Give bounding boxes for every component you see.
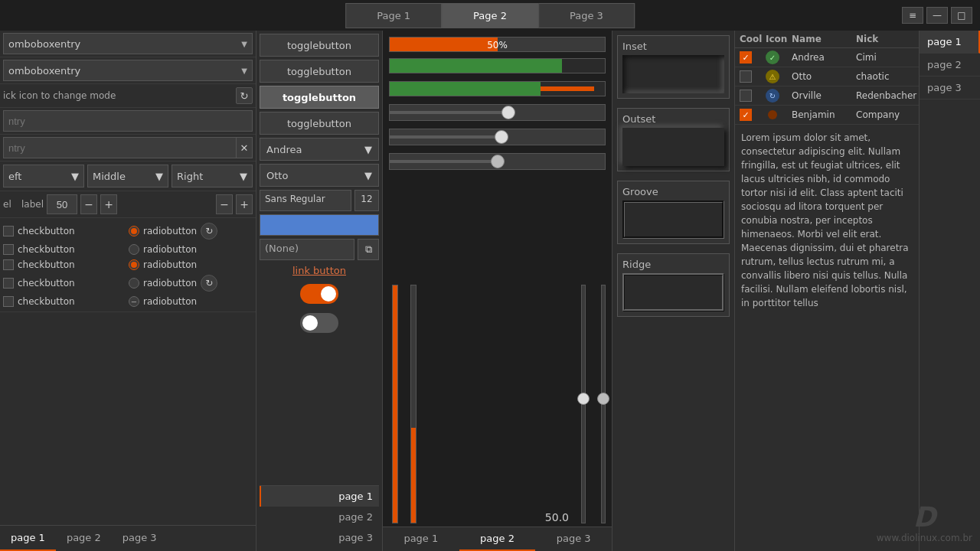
checkbox-4[interactable]: [3, 278, 14, 289]
mode-label: ick icon to change mode: [3, 90, 233, 101]
menu-button[interactable]: ≡: [902, 7, 923, 24]
align-middle-combo[interactable]: Middle ▼: [87, 165, 168, 187]
check-item-5[interactable]: checkbutton: [3, 295, 127, 308]
vert-tab-page3[interactable]: page 3: [920, 77, 980, 99]
check-item-3[interactable]: checkbutton: [3, 258, 127, 272]
radio-5[interactable]: [129, 296, 139, 307]
copy-button[interactable]: ⧉: [358, 239, 379, 260]
radio-refresh-4[interactable]: ↻: [201, 275, 217, 292]
check-item-2[interactable]: checkbutton: [3, 243, 127, 256]
entry1-input[interactable]: [3, 110, 253, 132]
row4-cool[interactable]: [740, 109, 752, 121]
tab-page3[interactable]: Page 3: [538, 3, 635, 28]
check-item-1[interactable]: checkbutton: [3, 221, 127, 241]
spin-minus-btn[interactable]: −: [80, 194, 97, 214]
combo-otto-arrow: ▼: [364, 170, 372, 181]
entry2-clear-btn[interactable]: ✕: [236, 137, 253, 158]
slider-tab-page1[interactable]: page 1: [383, 527, 459, 551]
radio-item-4[interactable]: radiobutton ↻: [129, 273, 253, 293]
spin-plus-btn[interactable]: +: [100, 194, 117, 214]
slider-tab-page3[interactable]: page 3: [535, 527, 612, 551]
tab-page1[interactable]: Page 1: [345, 3, 442, 28]
toggle-btn-3[interactable]: togglebutton: [260, 86, 379, 109]
sliders-bottom-tabs: page 1 page 2 page 3: [383, 527, 612, 551]
slider-tab-page2[interactable]: page 2: [459, 527, 536, 551]
checkbox-3[interactable]: [3, 259, 14, 270]
outset-label: Outset: [622, 113, 724, 125]
radio-1[interactable]: [129, 226, 139, 236]
check-item-4[interactable]: checkbutton: [3, 273, 127, 293]
spin-input[interactable]: [47, 194, 77, 214]
toggle-switch-off[interactable]: [300, 313, 338, 333]
combo-otto[interactable]: Otto ▼: [260, 164, 379, 187]
checkbox-2[interactable]: [3, 244, 14, 255]
font-size-display[interactable]: 12: [354, 190, 379, 211]
combo2-row: omboboxentry ▼: [0, 57, 256, 84]
row2-icon: ⚠: [766, 70, 779, 83]
toggle-btn-1[interactable]: togglebutton: [260, 34, 379, 57]
vslider-3-thumb: [577, 393, 590, 405]
combo1-entry[interactable]: omboboxentry ▼: [3, 33, 253, 54]
mode-row: ick icon to change mode ↻: [0, 84, 256, 108]
align-right-combo[interactable]: Right ▼: [172, 165, 253, 187]
vslider-1[interactable]: [392, 285, 398, 523]
align-left-combo[interactable]: eft ▼: [3, 165, 84, 187]
vert-tab-page2[interactable]: page 2: [920, 54, 980, 77]
radio-3[interactable]: [129, 259, 139, 270]
toggle-switch-on[interactable]: [300, 284, 338, 304]
main-content: omboboxentry ▼ omboboxentry ▼ ick icon t…: [0, 31, 980, 551]
entry2-input[interactable]: [3, 137, 237, 158]
mid-tab-page3[interactable]: page 3: [260, 527, 379, 548]
minimize-button[interactable]: —: [926, 7, 948, 24]
diolinux-url: www.diolinux.com.br: [877, 533, 972, 543]
radio-4[interactable]: [129, 278, 139, 289]
combo1-row: omboboxentry ▼: [0, 31, 256, 57]
mid-tab-page1[interactable]: page 1: [260, 486, 379, 507]
combo-andrea-arrow: ▼: [364, 144, 372, 155]
lorem-text: Lorem ipsum dolor sit amet, consectetur …: [735, 125, 919, 316]
toggle-btn-2[interactable]: togglebutton: [260, 60, 379, 83]
radio-item-5[interactable]: radiobutton: [129, 295, 253, 308]
ridge-box: [622, 273, 724, 311]
tab-page2[interactable]: Page 2: [442, 3, 538, 28]
row3-icon: ↻: [766, 89, 779, 103]
left-tab-page2[interactable]: page 2: [56, 526, 112, 551]
mid-tab-page2[interactable]: page 2: [260, 507, 379, 527]
row2-cool[interactable]: [740, 70, 752, 83]
font-name-display[interactable]: Sans Regular: [260, 190, 351, 211]
hslider-2[interactable]: [389, 129, 606, 145]
vslider-3[interactable]: [581, 285, 586, 523]
radio-refresh-1[interactable]: ↻: [201, 223, 217, 240]
spin-plus2-btn[interactable]: +: [236, 194, 253, 214]
inset-label: Inset: [622, 41, 724, 52]
radio-2[interactable]: [129, 244, 139, 255]
none-entry[interactable]: (None): [260, 239, 354, 260]
checkbox-5[interactable]: [3, 296, 14, 307]
combo-andrea[interactable]: Andrea ▼: [260, 138, 379, 161]
spin-minus2-btn[interactable]: −: [216, 194, 233, 214]
color-picker[interactable]: [260, 214, 379, 236]
radio-item-3[interactable]: radiobutton: [129, 258, 253, 272]
mode-refresh-btn[interactable]: ↻: [236, 87, 253, 104]
checkbox-1[interactable]: [3, 226, 14, 236]
vslider-2[interactable]: [410, 285, 416, 523]
link-button[interactable]: link button: [260, 263, 379, 278]
row1-cool[interactable]: [740, 51, 752, 64]
sliders-panel: 50%: [383, 31, 612, 551]
combo2-entry[interactable]: omboboxentry ▼: [3, 60, 253, 81]
toggle-btn-4[interactable]: togglebutton: [260, 112, 379, 135]
vert-tab-page1[interactable]: page 1: [920, 31, 980, 54]
checkbox-label-3: checkbutton: [18, 259, 75, 270]
row3-cool[interactable]: [740, 90, 752, 102]
combo1-label: omboboxentry: [8, 38, 80, 50]
th-cool: Cool: [740, 34, 763, 44]
hslider-3[interactable]: [389, 153, 606, 170]
hslider-1[interactable]: [389, 104, 606, 121]
radio-item-2[interactable]: radiobutton: [129, 243, 253, 256]
vslider-4[interactable]: [601, 285, 606, 523]
maximize-button[interactable]: □: [951, 7, 972, 24]
left-tab-page3[interactable]: page 3: [112, 526, 168, 551]
left-tab-page1[interactable]: page 1: [0, 526, 56, 551]
row4-name: Benjamin: [792, 109, 853, 120]
radio-item-1[interactable]: radiobutton ↻: [129, 221, 253, 241]
